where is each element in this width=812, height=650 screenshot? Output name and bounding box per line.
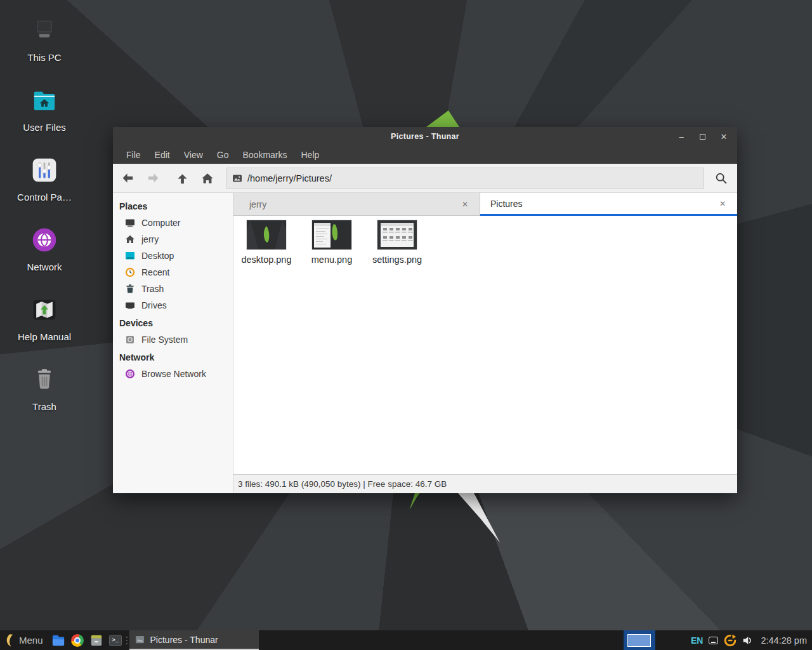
keyboard-layout-indicator[interactable]: EN [691,635,703,646]
sidebar-item-computer[interactable]: Computer [113,215,233,231]
toolbar: /home/jerry/Pictures/ [113,164,737,193]
status-bar: 3 files: 490.1 kB (490,050 bytes) | Free… [233,474,737,493]
menubar: File Edit View Go Bookmarks Help [113,146,737,164]
search-button[interactable] [710,168,732,189]
start-menu-label: Menu [19,635,43,646]
menu-file[interactable]: File [119,146,148,164]
workspace-switcher[interactable] [624,630,655,650]
desktop-icon-user-files[interactable]: User Files [10,85,79,133]
maximize-button[interactable] [700,134,705,140]
file-cabinet-icon [89,634,103,647]
file-desktop-png[interactable]: desktop.png [235,220,298,265]
desktop-icon-help-manual[interactable]: Help Manual [10,295,79,342]
menu-view[interactable]: View [177,146,210,164]
computer-icon [125,218,135,228]
network-globe-icon [30,226,58,256]
sidebar-item-jerry[interactable]: jerry [113,231,233,248]
titlebar[interactable]: Pictures - Thunar – ✕ [113,127,737,146]
taskbar: Menu >_ Pictures - Thunar EN [0,630,812,650]
desktop-icon-trash[interactable]: Trash [10,364,79,412]
search-icon [714,171,728,185]
sidebar-item-recent[interactable]: Recent [113,264,233,281]
trash-icon [125,284,135,294]
desktop-icon-network[interactable]: Network [10,225,79,272]
system-tray: EN 2:44:28 pm [655,634,812,647]
tab-jerry[interactable]: jerry ✕ [233,193,480,216]
file-settings-png[interactable]: settings.png [365,220,429,265]
status-text: 3 files: 490.1 kB (490,050 bytes) | Free… [238,479,447,489]
terminal-icon: >_ [109,635,122,646]
desktop-png-thumbnail [247,220,286,249]
home-icon [200,171,214,185]
drives-icon [125,300,135,310]
taskbar-grip-handle[interactable] [125,630,129,650]
file-view[interactable]: desktop.png menu.png settings.png [233,216,737,474]
trash-can-icon [32,366,57,396]
up-button[interactable] [170,167,194,190]
tab-pictures[interactable]: Pictures ✕ [480,193,737,216]
this-pc-icon [30,18,58,45]
taskbar-window-button[interactable]: Pictures - Thunar [129,630,259,650]
minimize-button[interactable]: – [677,133,686,141]
workspace-1 [627,634,651,647]
window-title: Pictures - Thunar [113,132,737,141]
start-menu-button[interactable]: Menu [0,630,49,650]
wallpaper-quill [454,493,502,543]
sidebar-header-network: Network [113,348,233,366]
file-manager-icon [51,634,65,647]
file-cabinet-launcher[interactable] [87,630,106,650]
forward-arrow-icon [146,171,160,185]
sidebar-item-trash[interactable]: Trash [113,281,233,297]
menu-bookmarks[interactable]: Bookmarks [235,146,294,164]
chrome-icon [71,634,84,647]
sidebar-item-desktop[interactable]: Desktop [113,248,233,264]
sidebar-header-places: Places [113,197,233,215]
tab-close-icon[interactable]: ✕ [458,199,472,210]
chrome-launcher[interactable] [68,630,87,650]
window-task-icon [135,635,145,644]
sidebar-item-drives[interactable]: Drives [113,297,233,314]
forward-button[interactable] [141,167,165,190]
control-panel-icon [30,156,58,187]
settings-png-thumbnail [377,220,417,249]
desktop-wallpaper: This PC User Files Control Pa… Network H… [0,0,812,650]
back-arrow-icon [121,171,135,185]
user-files-folder-icon [30,89,58,114]
path-bar[interactable]: /home/jerry/Pictures/ [226,168,704,189]
sidebar-item-browse-network[interactable]: Browse Network [113,366,233,382]
menu-png-thumbnail [312,220,351,249]
home-button[interactable] [195,167,219,190]
tab-bar: jerry ✕ Pictures ✕ [233,193,737,216]
desktop-icon-label: Trash [10,401,79,412]
menu-help[interactable]: Help [294,146,327,164]
desktop-icon-this-pc[interactable]: This PC [10,15,79,63]
close-button[interactable]: ✕ [719,133,728,141]
update-notifier-icon[interactable] [724,634,737,647]
up-arrow-icon [175,171,190,185]
desktop-icon-label: Network [10,262,79,272]
back-button[interactable] [115,167,140,190]
volume-icon[interactable] [742,635,753,646]
browse-network-globe-icon [125,369,135,379]
desktop-icon-label: Help Manual [10,331,79,342]
image-file-icon [232,173,242,183]
sidebar-item-file-system[interactable]: File System [113,331,233,348]
desktop-icon-label: Control Pa… [10,192,79,202]
thunar-window: Pictures - Thunar – ✕ File Edit View Go … [113,127,737,493]
menu-go[interactable]: Go [210,146,236,164]
desktop-icon-control-panel[interactable]: Control Pa… [10,155,79,202]
menu-edit[interactable]: Edit [148,146,177,164]
desktop-icon-label: This PC [10,52,79,63]
file-manager-launcher[interactable] [49,630,68,650]
filesystem-icon [125,335,135,345]
distro-logo-icon [4,633,14,647]
display-tray-icon[interactable] [709,637,718,644]
file-menu-png[interactable]: menu.png [300,220,363,265]
recent-clock-icon [125,267,135,277]
home-icon [125,234,135,244]
tab-close-icon[interactable]: ✕ [716,198,730,209]
desktop-icon [125,251,135,261]
side-pane: Places Computer jerry Desktop Recent [113,193,233,493]
taskbar-clock[interactable]: 2:44:28 pm [759,635,807,646]
terminal-launcher[interactable]: >_ [106,630,125,650]
